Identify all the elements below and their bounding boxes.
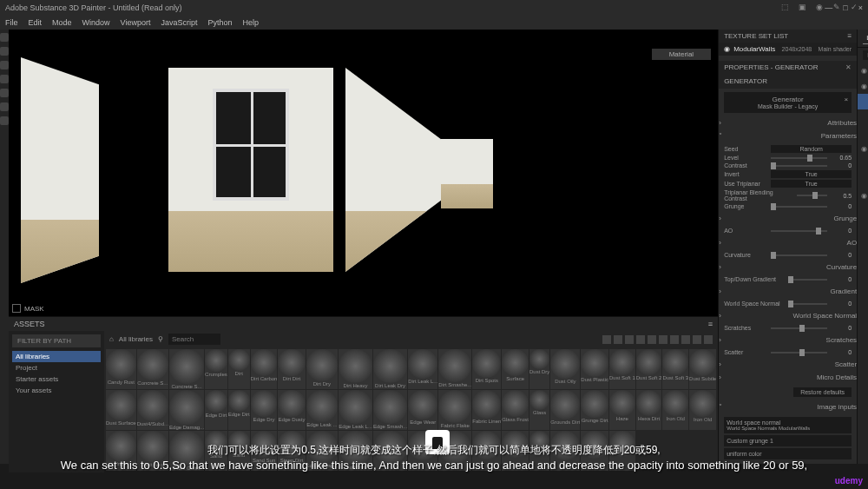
tri-contrast-slider[interactable] [797,195,827,196]
attributes-section[interactable]: › Attributes [719,116,857,129]
menu-help[interactable]: Help [242,18,259,27]
asset-item[interactable]: Dirt Spots [472,349,501,389]
layer-row[interactable]: ◉Concrete CastNorm ~100 ~ [858,172,868,188]
wsn-section[interactable]: › World Space Normal [719,309,857,322]
wsn-value[interactable]: 0 [831,301,852,307]
clone-tool-icon[interactable] [0,102,9,111]
level-slider[interactable] [771,157,827,159]
asset-item[interactable]: Crumples [205,349,227,389]
tool-icon[interactable]: ◉ [816,3,826,13]
asset-item[interactable]: Dirt Smashe... [438,349,471,389]
asset-item[interactable]: Candy Rust [106,349,136,389]
filter-icon[interactable] [625,335,634,344]
image-inputs-section[interactable]: ˅ Image inputs [719,400,857,413]
smudge-tool-icon[interactable] [0,89,9,97]
asset-item[interactable]: Edge Dirt [228,390,250,430]
home-icon[interactable]: ⌂ [109,335,114,343]
layer-row[interactable]: ◉DustNorm ~100 ~ [858,156,868,172]
contrast-slider[interactable] [771,165,827,167]
3d-viewport[interactable]: Material MASK [9,30,718,316]
asset-item[interactable]: Dust Soft 2 [636,349,662,389]
asset-item[interactable]: Dust4/Subd... [137,390,168,430]
tool-icon[interactable]: ⬚ [781,3,792,13]
asset-item[interactable]: Glass [529,390,549,430]
asset-item[interactable]: Fabric Flake [438,390,471,430]
level-value[interactable]: 0.65 [831,155,852,161]
texture-set-name[interactable]: ModularWalls [733,45,775,53]
image-input-wsn[interactable]: World space normalWorld Space Normals Mo… [724,417,852,433]
eye-icon[interactable]: ◉ [861,192,868,199]
grunge-section[interactable]: › Grunge [719,212,857,225]
asset-item[interactable]: Edge Damag... [169,390,204,430]
asset-item[interactable]: Dirt Leak Dry [373,349,407,389]
filter-icon[interactable] [648,335,656,344]
filter-icon[interactable] [681,335,690,344]
menu-file[interactable]: File [5,18,18,27]
gradient-section[interactable]: › Gradient [719,285,857,298]
grunge-value[interactable]: 0 [831,203,852,209]
scatter-section[interactable]: › Scatter [719,358,857,371]
layer-row[interactable]: ◉DustNorm ~75 ~ [858,78,868,94]
layer-row[interactable]: ◉WallsBottomPartNorm ~100 ~ [858,63,868,78]
lib-starter[interactable]: Starter assets [12,373,101,385]
asset-item[interactable]: Dirt Leak L... [408,349,437,389]
material-tool-icon[interactable] [0,116,9,125]
layers-tab[interactable]: LAYERS [863,32,868,44]
asset-item[interactable]: Dirt Carbon [251,349,278,389]
filter-icon[interactable] [614,335,622,344]
topdown-value[interactable]: 0 [831,276,852,282]
ao-slider[interactable] [771,230,827,232]
asset-item[interactable]: Dust Dry [529,349,549,389]
search-input[interactable] [168,334,220,345]
curvature-section[interactable]: › Curvature [719,261,857,274]
asset-item[interactable]: Concrete S... [169,349,204,389]
menu-viewport[interactable]: Viewport [121,18,151,27]
brush-tool-icon[interactable] [0,33,9,42]
eye-icon[interactable]: ◉ [861,83,868,89]
remove-generator-icon[interactable]: × [844,96,848,103]
scratches-slider[interactable] [771,327,827,329]
ao-section[interactable]: › AO [719,236,857,249]
asset-item[interactable]: Grunge Dirt [581,390,608,430]
assets-menu-icon[interactable]: ≡ [708,320,713,328]
micro-section[interactable]: › Micro Details [719,371,857,384]
filter-icon[interactable] [659,335,667,344]
panel-close-icon[interactable]: ✕ [845,63,852,71]
view-icon[interactable] [704,335,713,344]
scratches-value[interactable]: 0 [831,325,852,331]
scatter-value[interactable]: 0 [831,349,852,355]
asset-item[interactable]: Grounds Dirt [550,390,580,430]
generator-box[interactable]: Generator Mask Builder - Legacy × [724,92,852,113]
axis-gizmo[interactable] [694,292,711,309]
lib-dropdown[interactable]: All libraries [119,335,153,343]
tri-contrast-value[interactable]: 0.5 [831,193,852,199]
curv-value[interactable]: 0 [831,252,852,258]
asset-item[interactable]: Dirt Dirt [278,349,305,389]
filter-icon[interactable] [636,335,645,344]
layer-row[interactable]: ◉Layer 1Norm ~100 ~ [858,188,868,203]
lib-your[interactable]: Your assets [12,385,101,396]
random-button[interactable]: Random [771,145,852,153]
panel-menu-icon[interactable]: ≡ [847,32,852,40]
asset-item[interactable]: Fabric Linen [472,390,501,430]
scratches-section[interactable]: › Scratches [719,334,857,347]
asset-item[interactable]: Glass Frost [502,390,529,430]
asset-item[interactable]: Dust Surface [106,390,136,430]
menu-window[interactable]: Window [82,18,110,27]
asset-item[interactable]: Iron Old [662,390,688,430]
filter-icon[interactable] [670,335,679,344]
eye-icon[interactable]: ◉ [861,145,868,152]
ao-value[interactable]: 0 [831,228,852,234]
asset-item[interactable]: Haze [609,390,635,430]
lib-project[interactable]: Project [12,362,101,373]
texture-shader[interactable]: Main shader [819,46,852,52]
wsn-slider[interactable] [788,303,827,305]
contrast-value[interactable]: 0 [831,162,852,169]
fill-tool-icon[interactable] [0,75,9,83]
menu-mode[interactable]: Mode [52,18,72,27]
layer-row[interactable]: ◉Mask Builder - LegacyNorm ~100 ~ [858,94,868,109]
projection-tool-icon[interactable] [0,61,9,69]
asset-item[interactable]: Dirt Dry [306,349,339,389]
tool-icon[interactable]: ✎ [833,3,844,13]
topdown-slider[interactable] [788,279,827,281]
